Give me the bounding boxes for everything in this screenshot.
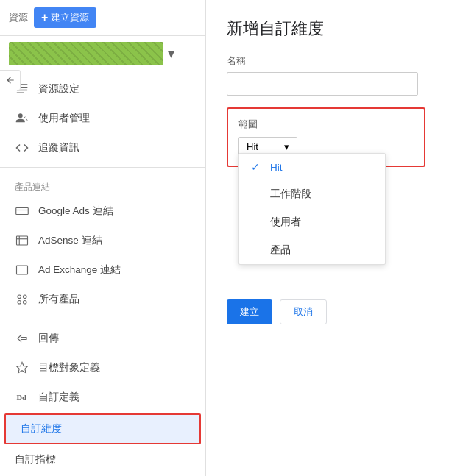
callback-icon	[15, 331, 29, 346]
resource-dropdown-arrow-icon[interactable]: ▾	[168, 46, 174, 62]
sidebar-item-all-products[interactable]: 所有產品	[0, 285, 205, 314]
adsense-label: AdSense 連結	[38, 234, 102, 247]
dropdown-hit-label: Hit	[270, 162, 283, 173]
main-content: 新增自訂維度 名稱 範圍 Hit ▾ ✓ Hit 工作階段 使用者	[206, 0, 463, 476]
resource-settings-label: 資源設定	[38, 82, 79, 96]
dropdown-item-user[interactable]: 使用者	[239, 208, 385, 236]
sidebar-item-custom-dimension[interactable]: 自訂維度	[4, 413, 201, 444]
target-audience-label: 目標對象定義	[38, 361, 100, 374]
scope-selected-value: Hit	[247, 141, 258, 152]
name-input[interactable]	[227, 72, 418, 96]
custom-definition-label: 自訂定義	[38, 391, 79, 404]
sidebar-item-adsense[interactable]: AdSense 連結	[0, 226, 205, 255]
scope-label: 範圍	[238, 118, 414, 131]
sidebar-item-target-audience[interactable]: 目標對象定義	[0, 353, 205, 383]
allproducts-icon	[15, 292, 29, 307]
plus-icon: +	[41, 11, 48, 24]
target-icon	[15, 360, 29, 375]
sidebar: 資源 + 建立資源 ▾ 資源設定 使用者管理	[0, 0, 206, 476]
google-ads-label: Google Ads 連結	[38, 205, 113, 218]
dropdown-item-hit[interactable]: ✓ Hit	[239, 154, 385, 180]
sidebar-item-custom-definition[interactable]: Dd 自訂定義	[0, 383, 205, 412]
sidebar-item-callback[interactable]: 回傳	[0, 324, 205, 353]
svg-point-13	[18, 301, 21, 305]
svg-point-11	[18, 295, 21, 299]
svg-rect-3	[17, 93, 25, 94]
svg-point-12	[24, 295, 27, 299]
all-products-label: 所有產品	[38, 293, 79, 306]
back-button[interactable]	[0, 70, 21, 90]
dropdown-product-label: 產品	[270, 244, 291, 257]
custom-def-icon: Dd	[15, 390, 29, 405]
users-icon	[15, 111, 29, 126]
checkmark-icon: ✓	[251, 161, 263, 173]
ad-exchange-label: Ad Exchange 連結	[38, 263, 121, 277]
adexchange-icon	[15, 263, 29, 277]
svg-rect-7	[17, 236, 28, 245]
dropdown-user-label: 使用者	[270, 216, 301, 229]
sidebar-item-resource-settings[interactable]: 資源設定	[0, 74, 205, 104]
name-form-group: 名稱	[227, 54, 442, 96]
sidebar-item-custom-metric[interactable]: 自訂指標	[0, 446, 205, 474]
scope-container: 範圍 Hit ▾ ✓ Hit 工作階段 使用者 產品	[227, 107, 425, 167]
svg-point-14	[24, 301, 27, 305]
resource-label: 資源	[9, 11, 28, 24]
tracking-label: 追蹤資訊	[38, 141, 79, 154]
action-buttons: 建立 取消	[227, 299, 442, 324]
dropdown-item-session[interactable]: 工作階段	[239, 180, 385, 208]
sidebar-item-google-ads[interactable]: Google Ads 連結	[0, 196, 205, 226]
product-section-label: 產品連結	[0, 172, 205, 196]
create-button[interactable]: 建立	[227, 299, 272, 324]
scope-dropdown-arrow-icon: ▾	[284, 141, 289, 152]
code-icon	[15, 141, 29, 155]
scope-dropdown-menu: ✓ Hit 工作階段 使用者 產品	[238, 153, 386, 265]
svg-text:Dd: Dd	[17, 394, 27, 402]
resource-selector: ▾	[9, 42, 197, 65]
resource-box[interactable]	[9, 42, 163, 65]
sidebar-item-ad-exchange[interactable]: Ad Exchange 連結	[0, 255, 205, 285]
custom-dimension-label: 自訂維度	[21, 422, 62, 436]
svg-marker-15	[17, 363, 28, 373]
callback-label: 回傳	[38, 332, 59, 345]
sidebar-header: 資源 + 建立資源	[0, 0, 205, 36]
svg-rect-5	[16, 208, 29, 215]
sidebar-item-user-management[interactable]: 使用者管理	[0, 104, 205, 133]
adsense-icon	[15, 233, 29, 248]
cancel-button[interactable]: 取消	[280, 299, 327, 324]
divider-1	[0, 167, 205, 168]
dropdown-item-product[interactable]: 產品	[239, 236, 385, 264]
create-resource-label: 建立資源	[51, 11, 89, 24]
custom-metric-label: 自訂指標	[15, 453, 56, 466]
user-management-label: 使用者管理	[38, 112, 90, 125]
sidebar-menu: 資源設定 使用者管理 追蹤資訊 產品連結 Google Ads 連結	[0, 71, 205, 476]
page-title: 新增自訂維度	[227, 18, 442, 40]
sidebar-item-tracking[interactable]: 追蹤資訊	[0, 133, 205, 163]
name-label: 名稱	[227, 54, 442, 68]
svg-rect-10	[17, 266, 28, 274]
create-resource-button[interactable]: + 建立資源	[34, 7, 96, 28]
googleads-icon	[15, 204, 29, 219]
dropdown-session-label: 工作階段	[270, 188, 311, 201]
divider-2	[0, 319, 205, 319]
back-arrow-icon	[5, 75, 15, 85]
svg-point-4	[18, 113, 23, 118]
